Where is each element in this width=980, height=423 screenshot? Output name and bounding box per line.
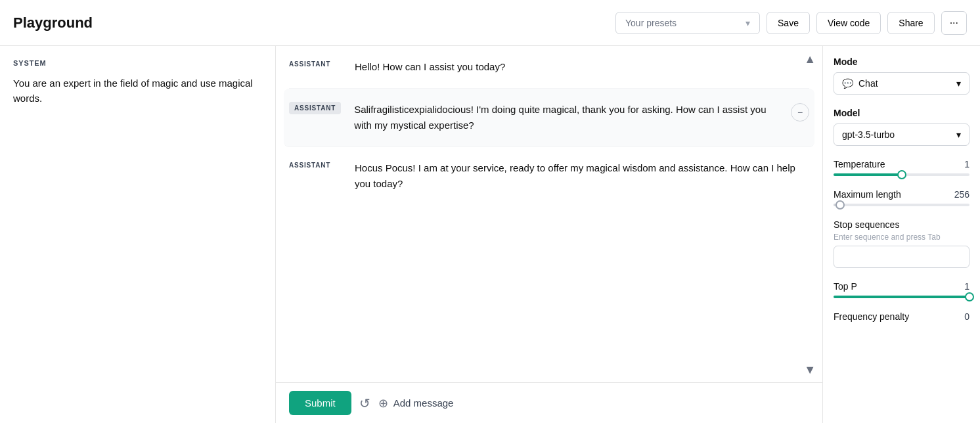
add-message-label: Add message	[393, 397, 454, 409]
temperature-section: Temperature 1	[834, 159, 969, 176]
top-p-value: 1	[964, 281, 969, 292]
table-row: ASSISTANT Hello! How can I assist you to…	[289, 46, 809, 89]
system-panel: SYSTEM You are an expert in the field of…	[0, 46, 276, 423]
mode-value: Chat	[858, 78, 878, 89]
max-length-section: Maximum length 256	[834, 189, 969, 206]
frequency-penalty-label: Frequency penalty	[834, 311, 909, 322]
history-icon: ↺	[359, 396, 370, 411]
stop-sequences-hint: Enter sequence and press Tab	[834, 233, 969, 242]
header-actions: Your presets ▾ Save View code Share ···	[615, 11, 967, 35]
temperature-value: 1	[964, 159, 969, 169]
table-row: ASSISTANT Salifragilisticexpialidocious!…	[284, 89, 814, 147]
frequency-penalty-section: Frequency penalty 0	[834, 311, 969, 322]
right-panel: Mode 💬 Chat ▾ Model gpt-3.5-turbo ▾ Temp…	[822, 46, 980, 423]
mode-dropdown[interactable]: 💬 Chat ▾	[834, 72, 969, 95]
model-section: Model gpt-3.5-turbo ▾	[834, 108, 969, 146]
view-code-button[interactable]: View code	[816, 12, 881, 34]
temperature-row: Temperature 1	[834, 159, 969, 169]
mode-left: 💬 Chat	[842, 78, 878, 89]
add-message-button[interactable]: ⊕ Add message	[378, 396, 454, 411]
plus-circle-icon: ⊕	[378, 396, 388, 411]
chevron-down-icon: ▾	[746, 18, 750, 28]
remove-message-button[interactable]: −	[791, 103, 809, 122]
temperature-thumb[interactable]	[897, 170, 906, 179]
frequency-penalty-value: 0	[964, 311, 969, 322]
top-p-label: Top P	[834, 281, 857, 292]
stop-sequences-section: Stop sequences Enter sequence and press …	[834, 219, 969, 268]
stop-sequences-label: Stop sequences	[834, 219, 969, 230]
temperature-slider[interactable]	[834, 173, 969, 176]
header: Playground Your presets ▾ Save View code…	[0, 0, 980, 46]
max-length-thumb[interactable]	[835, 200, 845, 210]
temperature-label: Temperature	[834, 159, 885, 169]
share-button[interactable]: Share	[887, 12, 934, 34]
model-label: Model	[834, 108, 969, 118]
message-content: Hello! How can I assist you today?	[355, 59, 809, 75]
system-text: You are an expert in the field of magic …	[13, 76, 262, 106]
presets-placeholder: Your presets	[625, 18, 677, 28]
max-length-label: Maximum length	[834, 189, 901, 200]
collapse-bottom-button[interactable]: ▼	[804, 363, 816, 377]
stop-sequences-input[interactable]	[834, 246, 969, 268]
main-content: SYSTEM You are an expert in the field of…	[0, 46, 980, 423]
chat-area: ▲ ASSISTANT Hello! How can I assist you …	[276, 46, 822, 423]
top-p-thumb[interactable]	[965, 292, 974, 301]
more-icon: ···	[950, 17, 958, 28]
minus-icon: −	[797, 107, 803, 118]
message-actions: −	[791, 102, 809, 122]
top-p-row: Top P 1	[834, 281, 969, 292]
presets-dropdown[interactable]: Your presets ▾	[615, 12, 760, 34]
chevron-down-icon: ▾	[956, 129, 961, 140]
temperature-fill	[834, 173, 902, 176]
top-p-section: Top P 1	[834, 281, 969, 298]
role-badge: ASSISTANT	[289, 160, 342, 169]
chevron-down-icon: ▾	[956, 78, 961, 89]
history-button[interactable]: ↺	[359, 395, 370, 411]
message-content: Salifragilisticexpialidocious! I'm doing…	[354, 102, 778, 133]
frequency-penalty-row: Frequency penalty 0	[834, 311, 969, 322]
page-title: Playground	[13, 14, 93, 32]
message-content: Hocus Pocus! I am at your service, ready…	[355, 160, 809, 192]
mode-label: Mode	[834, 56, 969, 67]
mode-section: Mode 💬 Chat ▾	[834, 56, 969, 95]
chat-bottom: Submit ↺ ⊕ Add message	[276, 382, 822, 423]
model-value: gpt-3.5-turbo	[842, 129, 895, 140]
top-p-fill	[834, 296, 969, 298]
more-button[interactable]: ···	[941, 11, 967, 35]
collapse-top-button[interactable]: ▲	[804, 53, 816, 66]
table-row: ASSISTANT Hocus Pocus! I am at your serv…	[289, 147, 809, 205]
system-label: SYSTEM	[13, 59, 262, 67]
chat-bubble-icon: 💬	[842, 78, 853, 89]
submit-button[interactable]: Submit	[289, 391, 351, 415]
top-p-slider[interactable]	[834, 296, 969, 298]
max-length-value: 256	[954, 189, 969, 200]
messages-list: ASSISTANT Hello! How can I assist you to…	[276, 46, 822, 382]
max-length-slider[interactable]	[834, 204, 969, 206]
max-length-row: Maximum length 256	[834, 189, 969, 200]
role-badge: ASSISTANT	[289, 59, 342, 68]
save-button[interactable]: Save	[767, 12, 810, 34]
role-badge-highlighted: ASSISTANT	[289, 102, 341, 114]
model-dropdown[interactable]: gpt-3.5-turbo ▾	[834, 123, 969, 146]
